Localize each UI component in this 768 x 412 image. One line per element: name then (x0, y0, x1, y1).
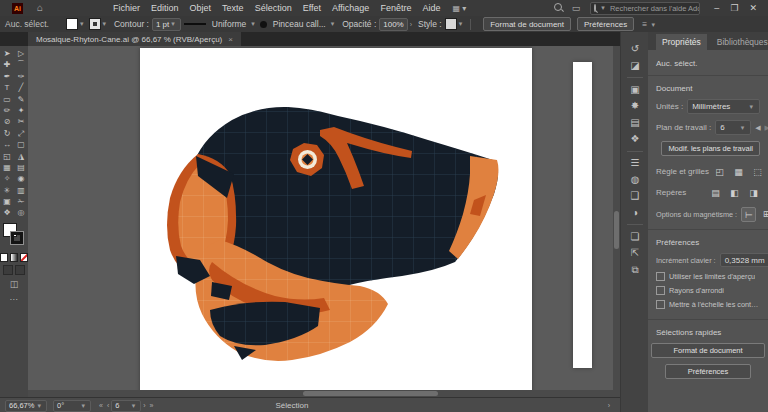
stroke-swatch[interactable] (11, 232, 23, 244)
chevron-down-icon[interactable]: ▾ (80, 20, 84, 28)
document-tab[interactable]: Mosaique-Rhyton-Cane.ai @ 66,67 % (RVB/A… (28, 32, 241, 46)
tool-paintbrush-icon[interactable]: ✎ (14, 94, 28, 105)
smart-guides-icon[interactable]: ◨ (747, 186, 760, 199)
gradient-button[interactable] (10, 253, 18, 262)
document-setup-button[interactable]: Format de document (483, 17, 571, 31)
next-artboard-icon[interactable]: ▶ (765, 124, 768, 132)
show-guides-icon[interactable]: ▤ (709, 186, 722, 199)
previous-artboard-icon[interactable]: ‹ (107, 402, 109, 409)
menu-item[interactable]: Aide (422, 3, 440, 13)
menu-item[interactable]: Fichier (113, 3, 140, 13)
edit-toolbar-icon[interactable]: ⋯ (0, 295, 28, 304)
tool-hand-icon[interactable]: ❖ (0, 207, 14, 218)
tool-lasso-icon[interactable]: ⌒ (14, 59, 28, 70)
panel-swatches-icon[interactable]: ▤ (630, 118, 639, 128)
panel-export-icon[interactable]: ⇱ (631, 248, 639, 258)
preview-bounds-checkbox[interactable] (656, 272, 665, 281)
rotation-select[interactable]: 0°▾ (53, 400, 91, 412)
workspace-options-icon[interactable]: ≡ ▾ (642, 19, 657, 29)
tool-width-icon[interactable]: ↔ (0, 139, 14, 150)
edit-artboards-button[interactable]: Modif. les plans de travail (661, 141, 760, 156)
tool-rotate-icon[interactable]: ↻ (0, 128, 14, 139)
tool-slice-icon[interactable]: ✁ (14, 196, 28, 207)
tool-blend-icon[interactable]: ◉ (14, 173, 28, 184)
opacity-label[interactable]: Opacité : (342, 19, 376, 29)
keyboard-increment-input[interactable]: 0,3528 mm (720, 253, 768, 267)
draw-normal-button[interactable] (3, 265, 13, 275)
screen-mode-icon[interactable]: ◫ (0, 279, 28, 289)
panel-rotate-view-icon[interactable]: ↺ (631, 44, 639, 54)
horizontal-scrollbar-thumb[interactable] (303, 391, 438, 396)
tool-shaper-icon[interactable]: ✦ (14, 105, 28, 116)
artboard-select[interactable]: 6▾ (715, 120, 751, 135)
panel-artboards-icon[interactable]: ▣ (630, 85, 639, 95)
last-artboard-icon[interactable]: » (150, 402, 154, 409)
chevron-down-icon[interactable]: ▾ (331, 20, 335, 28)
tool-perspective-grid-icon[interactable]: ◮ (14, 151, 28, 162)
tool-eyedropper-icon[interactable]: ✧ (0, 173, 14, 184)
menu-item[interactable]: Edition (151, 3, 179, 13)
panel-pathfinder-icon[interactable]: ❖ (631, 134, 640, 144)
fill-color-swatch[interactable] (66, 18, 78, 30)
panel-asset-export-icon[interactable]: ⧉ (631, 265, 638, 275)
panel-document-info-icon[interactable]: ◪ (630, 61, 639, 71)
tool-gradient-icon[interactable]: ▤ (14, 162, 28, 173)
tab-close-icon[interactable]: × (228, 35, 233, 44)
tool-type-icon[interactable]: T (0, 82, 14, 93)
units-select[interactable]: Millimètres▾ (687, 99, 760, 114)
tool-rectangle-icon[interactable]: ▭ (0, 94, 14, 105)
vertical-scrollbar[interactable] (613, 46, 620, 397)
tool-symbol-sprayer-icon[interactable]: ✳ (0, 185, 14, 196)
menu-item[interactable]: Fenêtre (380, 3, 411, 13)
tool-direct-selection-icon[interactable]: ▷ (14, 48, 28, 59)
stroke-label[interactable]: Contour : (114, 19, 149, 29)
tool-mesh-icon[interactable]: ▦ (0, 162, 14, 173)
first-artboard-icon[interactable]: « (99, 402, 103, 409)
quick-preferences-button[interactable]: Préférences (665, 364, 751, 379)
show-grid-icon[interactable]: ▦ (732, 165, 745, 178)
stroke-color-swatch[interactable] (90, 19, 100, 29)
style-swatch[interactable] (445, 18, 457, 30)
panel-menu-icon[interactable]: ☰ (631, 158, 640, 168)
brush-definition-value[interactable]: Pinceau call... (273, 19, 326, 29)
tool-magic-wand-icon[interactable]: ✚ (0, 59, 14, 70)
tool-shape-builder-icon[interactable]: ◱ (0, 151, 14, 162)
stroke-profile-value[interactable]: Uniforme (212, 19, 246, 29)
tool-zoom-icon[interactable]: ◎ (14, 207, 28, 218)
minimize-button[interactable]: – (714, 3, 719, 13)
lock-guides-icon[interactable]: ◧ (728, 186, 741, 199)
tool-curvature-icon[interactable]: ✑ (14, 71, 28, 82)
stroke-weight-input[interactable]: 1 pt ▾ (152, 18, 181, 31)
chevron-down-icon[interactable]: ▾ (102, 20, 106, 28)
tool-pencil-icon[interactable]: ✏ (0, 105, 14, 116)
app-search-icon[interactable] (554, 3, 562, 13)
quick-document-setup-button[interactable]: Format de document (651, 343, 765, 358)
opacity-input[interactable]: 100% (379, 18, 407, 31)
draw-behind-button[interactable] (15, 265, 25, 275)
none-button[interactable] (20, 253, 28, 262)
tool-scissors-icon[interactable]: ✂ (14, 116, 28, 127)
help-search-input[interactable]: ▾ Rechercher dans l'aide Adobe (590, 2, 700, 15)
snap-to-grid-icon[interactable]: ⊞ (760, 207, 768, 220)
close-button[interactable]: ✕ (749, 3, 757, 13)
zoom-level-select[interactable]: 66,67%▾ (5, 400, 47, 412)
tool-selection-icon[interactable]: ➤ (0, 48, 14, 59)
previous-artboard-icon[interactable]: ◀ (755, 124, 760, 132)
color-button[interactable] (0, 253, 8, 262)
arrange-documents-icon[interactable]: ▭ (572, 3, 581, 13)
corner-radius-checkbox[interactable] (656, 286, 665, 295)
workspace-switcher-icon[interactable]: ▦ ▾ (452, 4, 466, 13)
chevron-down-icon[interactable]: ▾ (251, 20, 255, 28)
menu-item[interactable]: Objet (190, 3, 212, 13)
tool-free-transform-icon[interactable]: ▢ (14, 139, 28, 150)
preferences-button[interactable]: Préférences (577, 17, 634, 31)
artboard-navigation-select[interactable]: 6▾ (111, 400, 141, 412)
chevron-right-icon[interactable]: › (410, 21, 412, 28)
menu-item[interactable]: Sélection (255, 3, 292, 13)
tab-libraries[interactable]: Bibliothèques (717, 34, 768, 50)
panel-graphic-styles-icon[interactable]: ❑ (631, 191, 640, 201)
chevron-down-icon[interactable]: ▾ (459, 20, 463, 28)
tool-eraser-icon[interactable]: ⊘ (0, 116, 14, 127)
tool-pen-icon[interactable]: ✒ (0, 71, 14, 82)
tool-artboard-icon[interactable]: ▣ (0, 196, 14, 207)
